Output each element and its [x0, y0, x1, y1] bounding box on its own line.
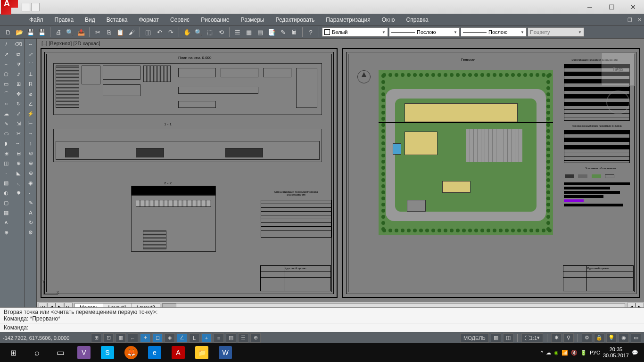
menu-window[interactable]: Окно	[376, 15, 401, 25]
menu-modify[interactable]: Редактировать	[270, 15, 320, 25]
block-icon[interactable]: ◫	[143, 27, 153, 37]
snap-icon[interactable]: ⊡	[103, 333, 114, 343]
doc-close-icon[interactable]: ✕	[635, 15, 644, 25]
dim-angular-icon[interactable]: ∠	[25, 99, 36, 108]
dimupdate-icon[interactable]: ↻	[25, 218, 36, 227]
dimtedit-icon[interactable]: A	[25, 208, 36, 217]
app-explorer[interactable]: 📁	[190, 343, 213, 362]
hardware-accel-icon[interactable]: 💡	[606, 333, 617, 343]
menu-file[interactable]: Файл	[24, 15, 49, 25]
doc-minimize-icon[interactable]: ─	[616, 15, 625, 25]
menu-insert[interactable]: Вставка	[101, 15, 133, 25]
tab-prev-icon[interactable]: ◀	[47, 303, 56, 307]
modelspace-button[interactable]: МОДЕЛЬ	[460, 333, 489, 343]
extend-icon[interactable]: →|	[13, 139, 24, 148]
minimize-button[interactable]: ─	[579, 0, 601, 14]
anno-visibility-icon[interactable]: ✱	[551, 333, 561, 343]
addselected-icon[interactable]: ⊕	[1, 228, 11, 237]
dim-baseline-icon[interactable]: ⊢	[25, 119, 36, 128]
coords-display[interactable]: -142.7202, 617.5606, 0.0000	[3, 335, 83, 341]
erase-icon[interactable]: ⌫	[13, 40, 24, 49]
pan-icon[interactable]: ✋	[182, 27, 192, 37]
dimstyle-icon[interactable]: ⚙	[25, 228, 36, 237]
app-firefox[interactable]: 🦊	[120, 343, 142, 362]
markup-icon[interactable]: ✎	[278, 27, 288, 37]
menu-view[interactable]: Вид	[79, 15, 101, 25]
tray-clock[interactable]: 20:35 30.05.2017	[603, 346, 629, 359]
tab-model[interactable]: Модель	[74, 303, 103, 308]
inspect-icon[interactable]: ◉	[25, 178, 36, 188]
offset-icon[interactable]: ⫽	[13, 69, 24, 79]
mirror-icon[interactable]: ⧩	[13, 59, 24, 69]
hatch-icon[interactable]: ▨	[1, 178, 11, 188]
preview-icon[interactable]: 🔍	[65, 27, 75, 37]
tray-lang[interactable]: РУС	[590, 350, 600, 355]
doc-restore-icon[interactable]: ❐	[625, 15, 635, 25]
workspace-switch-icon[interactable]: ⚙	[582, 333, 592, 343]
arc-icon[interactable]: ⌒	[1, 89, 11, 99]
tray-battery-icon[interactable]: 🔋	[580, 350, 587, 356]
otrack-icon[interactable]: ∠	[177, 333, 187, 343]
ortho-icon[interactable]: ⌐	[128, 333, 138, 343]
lineweight-dropdown[interactable]: Послою ▼	[461, 27, 527, 37]
lwt-icon[interactable]: ≡	[214, 333, 224, 343]
qat-dropdown-icon[interactable]	[31, 3, 40, 11]
clean-screen-icon[interactable]: ▭	[631, 333, 641, 343]
anno-scale[interactable]: ⛶ 1:1 ▾	[521, 333, 543, 343]
tray-chevron-icon[interactable]: ^	[541, 350, 543, 355]
tab-first-icon[interactable]: ⏮	[39, 303, 47, 307]
tab-layout2[interactable]: Layout2	[132, 303, 160, 308]
designcenter-icon[interactable]: ▦	[244, 27, 254, 37]
horizontal-scrollbar[interactable]	[162, 303, 625, 307]
polygon-icon[interactable]: ⬠	[1, 69, 11, 79]
toolpalette-icon[interactable]: ▤	[255, 27, 265, 37]
dim-space-icon[interactable]: ↕	[25, 139, 36, 148]
publish-icon[interactable]: 📤	[76, 27, 86, 37]
revcloud-icon[interactable]: ☁	[1, 109, 11, 118]
tpy-icon[interactable]: ▤	[226, 333, 236, 343]
new-icon[interactable]: 🗋	[3, 27, 13, 37]
dim-diameter-icon[interactable]: ⌀	[25, 89, 36, 99]
zoom-prev-icon[interactable]: ⟲	[216, 27, 226, 37]
plotstyle-dropdown[interactable]: Поцвету ▼	[528, 27, 584, 37]
dim-arc-icon[interactable]: ⌒	[25, 59, 36, 69]
command-input[interactable]	[30, 324, 640, 331]
point-icon[interactable]: ·	[1, 168, 11, 178]
menu-edit[interactable]: Правка	[49, 15, 80, 25]
maximize-button[interactable]: ☐	[601, 0, 622, 14]
color-dropdown[interactable]: Белый ▼	[322, 27, 388, 37]
grid-display-icon[interactable]: ▦	[491, 333, 501, 343]
help-icon[interactable]: ?	[305, 27, 316, 37]
menu-parametric[interactable]: Параметризация	[320, 15, 376, 25]
line-icon[interactable]: /	[1, 40, 11, 49]
tolerance-icon[interactable]: ⊕	[25, 158, 36, 168]
rotate-icon[interactable]: ↻	[13, 99, 24, 108]
jogged-icon[interactable]: ⌐	[25, 188, 36, 197]
tab-next-icon[interactable]: ▶	[56, 303, 64, 307]
tray-volume-icon[interactable]: 🔇	[571, 350, 578, 356]
copy-icon[interactable]: ⎘	[104, 27, 114, 37]
menu-draw[interactable]: Рисование	[195, 15, 235, 25]
taskview-button[interactable]: ▭	[49, 343, 72, 362]
3dosnap-icon[interactable]: ◈	[165, 333, 175, 343]
isolate-icon[interactable]: ◉	[619, 333, 629, 343]
tray-network-icon[interactable]: 📶	[561, 350, 568, 356]
linetype-dropdown[interactable]: Послою ▼	[389, 27, 460, 37]
ellipse-icon[interactable]: ⬭	[1, 129, 11, 138]
qat-save-icon[interactable]	[22, 3, 30, 11]
anno-autoscale-icon[interactable]: ⚲	[563, 333, 574, 343]
menu-format[interactable]: Формат	[133, 15, 165, 25]
matchprop-icon[interactable]: 🖌	[126, 27, 137, 37]
dim-radius-icon[interactable]: R	[25, 79, 36, 89]
table-icon[interactable]: ▦	[1, 208, 11, 217]
xline-icon[interactable]: ↗	[1, 49, 11, 59]
tray-eset-icon[interactable]: ◉	[554, 350, 559, 356]
ducs-icon[interactable]: L	[189, 333, 199, 343]
save-icon[interactable]: 💾	[25, 27, 36, 37]
menu-tools[interactable]: Сервис	[165, 15, 195, 25]
app-word[interactable]: W	[214, 343, 237, 362]
ellipsearc-icon[interactable]: ◗	[1, 139, 11, 148]
start-button[interactable]: ⊞	[2, 343, 25, 362]
dim-ordinate-icon[interactable]: ⊥	[25, 69, 36, 79]
stretch-icon[interactable]: ⇲	[13, 119, 24, 128]
